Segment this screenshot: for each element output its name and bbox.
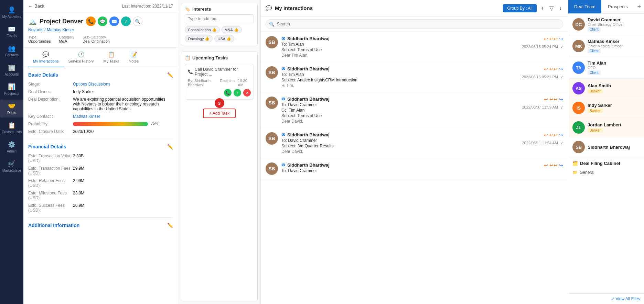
reply-icon[interactable]: ↩ bbox=[544, 36, 548, 42]
interactions-list: SB ✉ Siddharth Bhardwaj To: Tim Alan Sub… bbox=[261, 32, 568, 304]
interests-icon: 🏷️ bbox=[185, 7, 190, 12]
tab-my-interactions[interactable]: 💬 My Interactions bbox=[28, 48, 64, 67]
message-action-button[interactable]: 💬 bbox=[98, 16, 107, 26]
financial-details-header: Financial Details ✏️ bbox=[28, 144, 173, 149]
member-badge: Banker bbox=[588, 128, 603, 133]
deal-team-tab[interactable]: Deal Team bbox=[568, 0, 601, 13]
avatar: SB bbox=[266, 97, 278, 109]
deal-panel-header: ← Back Last Interaction: 2022/11/17 bbox=[23, 0, 178, 12]
sidebar-item-admin[interactable]: ⚙️ Admin bbox=[0, 138, 23, 156]
tag-ma-thumb[interactable]: 👍 bbox=[234, 27, 239, 32]
tag-consolidation-thumb[interactable]: 👍 bbox=[212, 27, 217, 32]
expand-icon[interactable]: ∨ bbox=[560, 140, 563, 145]
expand-icon: ⤢ bbox=[611, 296, 614, 301]
sidebar-item-deals[interactable]: 🤝 Deals bbox=[0, 100, 23, 117]
reply-icon[interactable]: ↩ bbox=[544, 162, 548, 168]
tag-usa-thumb[interactable]: 👍 bbox=[226, 36, 231, 41]
forward-icon[interactable]: ↪ bbox=[559, 132, 563, 138]
add-task-button[interactable]: + Add Task bbox=[203, 109, 236, 118]
reply-all-icon[interactable]: ↩↩ bbox=[549, 66, 558, 72]
sidebar-item-my-activities[interactable]: 👤 My Activities bbox=[0, 3, 23, 21]
marketplace-icon: 🛒 bbox=[8, 160, 15, 168]
expand-icon[interactable]: ∨ bbox=[560, 105, 563, 110]
forward-icon[interactable]: ↪ bbox=[559, 162, 563, 168]
deal-subtitle[interactable]: Novartis / Mathias Kinser bbox=[28, 27, 173, 32]
back-button[interactable]: ← Back bbox=[28, 3, 44, 9]
sidebar-item-emails[interactable]: ✉️ Emails bbox=[0, 23, 23, 41]
sidebar-item-marketplace[interactable]: 🛒 Marketplace bbox=[0, 157, 23, 175]
key-contact-value[interactable]: Mathias Kinser bbox=[73, 114, 100, 119]
tag-oncology-thumb[interactable]: 👍 bbox=[205, 36, 210, 41]
sidebar-item-prospects[interactable]: 📊 Prospects bbox=[0, 80, 23, 98]
reply-all-icon[interactable]: ↩↩ bbox=[549, 162, 558, 168]
financial-details-edit-button[interactable]: ✏️ bbox=[167, 144, 173, 149]
filing-cabinet-title: 🗂️ Deal Filing Cabinet bbox=[572, 161, 640, 166]
interaction-content: ✉ Siddharth Bhardwaj To: David Crammer C… bbox=[281, 97, 498, 124]
deal-title-row: 🏔️ Project Denver 📞 💬 ✉️ ✓ 🔍 bbox=[28, 16, 173, 26]
main-content: ← Back Last Interaction: 2022/11/17 🏔️ P… bbox=[23, 0, 644, 304]
call-action-button[interactable]: 📞 bbox=[86, 16, 96, 26]
email-action-button[interactable]: ✉️ bbox=[109, 16, 119, 26]
folder-item-general[interactable]: 📁 General bbox=[572, 169, 640, 176]
expand-icon[interactable]: ∨ bbox=[560, 75, 563, 79]
deal-panel: ← Back Last Interaction: 2022/11/17 🏔️ P… bbox=[23, 0, 178, 304]
notes-nav-icon: 📝 bbox=[130, 51, 137, 58]
sort-button[interactable]: ↓ bbox=[558, 4, 563, 13]
expand-icon[interactable]: ∨ bbox=[560, 44, 563, 49]
additional-info-edit-button[interactable]: ✏️ bbox=[167, 223, 173, 228]
interaction-actions: ↩ ↩↩ ↪ bbox=[544, 97, 563, 102]
sidebar-item-contacts[interactable]: 👥 Contacts bbox=[0, 42, 23, 60]
forward-icon[interactable]: ↪ bbox=[559, 66, 563, 72]
task-delete-button[interactable]: ✕ bbox=[243, 89, 251, 97]
deal-desc-value: We are exploring potential acquisiton op… bbox=[73, 97, 173, 111]
tab-notes[interactable]: 📝 Notes bbox=[124, 48, 143, 67]
interactions-search-input[interactable] bbox=[266, 19, 563, 29]
forward-icon[interactable]: ↪ bbox=[559, 36, 563, 42]
interaction-date: 2022/05/11 11:54 AM ∨ bbox=[522, 140, 563, 145]
email-type-icon: ✉ bbox=[281, 97, 285, 102]
sidebar-item-accounts[interactable]: 🏢 Accounts bbox=[0, 61, 23, 79]
interactions-header: 💬 My Interactions Group By : All + ▽ ↓ bbox=[261, 0, 568, 16]
prospects-tab[interactable]: Prospects bbox=[601, 0, 634, 13]
interaction-actions: ↩ ↩↩ ↪ bbox=[544, 66, 563, 72]
member-info: Tim Alan CFO Client bbox=[588, 60, 640, 75]
search-action-button[interactable]: 🔍 bbox=[133, 16, 142, 26]
interaction-item: SB ✉ Siddharth Bhardwaj To: David Cramme… bbox=[261, 158, 568, 179]
avatar: SB bbox=[266, 66, 278, 79]
add-interaction-button[interactable]: + bbox=[539, 4, 545, 13]
basic-details-edit-button[interactable]: ✏️ bbox=[167, 72, 173, 78]
interaction-item: SB ✉ Siddharth Bhardwaj To: David Cramme… bbox=[261, 92, 568, 128]
task-item: 📞 Call David Crammer for Project ... By:… bbox=[185, 64, 254, 100]
tasks-section: 📋 Upcoming Tasks 📞 Call David Crammer fo… bbox=[181, 52, 258, 301]
member-avatar: AS bbox=[572, 82, 585, 94]
reply-icon[interactable]: ↩ bbox=[544, 66, 548, 72]
group-by-button[interactable]: Group By : All bbox=[503, 4, 536, 12]
deal-title: Project Denver bbox=[40, 18, 83, 25]
tab-service-history[interactable]: 🕐 Service History bbox=[64, 48, 99, 67]
emails-icon: ✉️ bbox=[8, 25, 15, 33]
tag-ma: M&A 👍 bbox=[222, 26, 242, 33]
add-tag-input[interactable] bbox=[185, 14, 254, 23]
member-avatar: TA bbox=[572, 61, 585, 74]
stage-value[interactable]: Options Discussions bbox=[73, 82, 110, 87]
filter-button[interactable]: ▽ bbox=[548, 3, 555, 13]
tab-my-tasks[interactable]: 📋 My Tasks bbox=[99, 48, 124, 67]
reply-all-icon[interactable]: ↩↩ bbox=[549, 132, 558, 138]
add-member-button[interactable]: + bbox=[634, 2, 644, 12]
sidebar-item-custom-lists[interactable]: 📋 Custom Lists bbox=[0, 119, 23, 137]
tag-consolidation: Consolidation 👍 bbox=[185, 26, 220, 33]
member-avatar: JL bbox=[572, 121, 585, 134]
reply-icon[interactable]: ↩ bbox=[544, 132, 548, 138]
reply-all-icon[interactable]: ↩↩ bbox=[549, 97, 558, 102]
add-task-area: 3 + Add Task bbox=[185, 103, 254, 118]
forward-icon[interactable]: ↪ bbox=[559, 97, 563, 102]
task-call-button[interactable]: 📞 bbox=[224, 89, 232, 97]
member-info: David Crammer Chief Strategy Officer Cli… bbox=[588, 17, 640, 32]
transaction-fees-row: Estd. Transaction Fees (USD): 29.9M bbox=[28, 166, 173, 176]
team-member-alan-smith: AS Alan Smith Banker bbox=[568, 79, 644, 98]
view-all-files-button[interactable]: ⤢ View All Files bbox=[568, 293, 644, 304]
reply-all-icon[interactable]: ↩↩ bbox=[549, 36, 558, 42]
task-complete-button[interactable]: ✓ bbox=[234, 89, 241, 97]
task-action-button[interactable]: ✓ bbox=[121, 16, 131, 26]
reply-icon[interactable]: ↩ bbox=[544, 97, 548, 102]
